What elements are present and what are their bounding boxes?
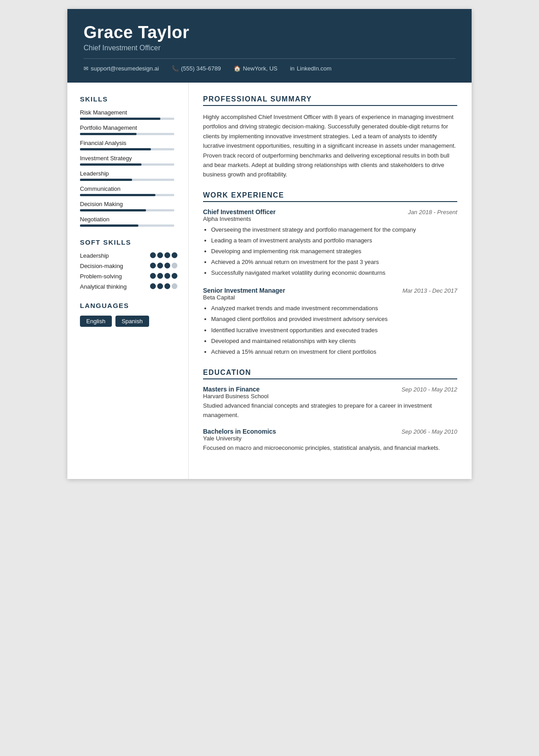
exp-dates: Mar 2013 - Dec 2017 (402, 287, 457, 294)
bullet-item: Leading a team of investment analysts an… (211, 236, 457, 246)
soft-skill-item: Problem-solving (80, 273, 177, 280)
skill-bar-bg (80, 224, 174, 227)
edu-dates: Sep 2006 - May 2010 (402, 428, 457, 435)
skills-section: SKILLS Risk Management Portfolio Managem… (80, 95, 177, 227)
location-contact: 🏠 NewYork, US (234, 65, 278, 72)
dot-filled (164, 252, 170, 258)
edu-school: Harvard Business School (203, 393, 457, 400)
soft-skill-item: Leadership (80, 252, 177, 259)
skill-item: Leadership (80, 170, 177, 181)
location-value: NewYork, US (243, 65, 278, 72)
edu-degree: Masters in Finance (203, 386, 260, 393)
exp-company: Beta Capital (203, 294, 457, 301)
bullet-item: Identified lucrative investment opportun… (211, 325, 457, 335)
skill-bar-fill (80, 133, 137, 135)
skill-item: Decision Making (80, 201, 177, 211)
dot-filled (150, 283, 156, 289)
skill-bar-fill (80, 163, 141, 166)
exp-title: Chief Investment Officer (203, 208, 276, 215)
skill-bar-bg (80, 148, 174, 150)
bullet-item: Managed client portfolios and provided i… (211, 314, 457, 324)
skill-bar-fill (80, 194, 155, 196)
summary-title: PROFESSIONAL SUMMARY (203, 95, 457, 106)
email-icon: ✉ (84, 65, 88, 72)
edu-header: Masters in Finance Sep 2010 - May 2012 (203, 386, 457, 393)
dot-filled (157, 263, 163, 268)
language-tags: EnglishSpanish (80, 316, 177, 327)
skill-item: Risk Management (80, 109, 177, 120)
skill-name: Decision Making (80, 201, 177, 207)
summary-section: PROFESSIONAL SUMMARY Highly accomplished… (203, 95, 457, 180)
experience-item: Chief Investment Officer Jan 2018 - Pres… (203, 208, 457, 278)
bullet-item: Achieved a 20% annual return on investme… (211, 257, 457, 267)
dot-empty (172, 283, 177, 289)
dot-filled (172, 273, 177, 279)
phone-icon: 📞 (172, 65, 179, 72)
languages-title: LANGUAGES (80, 302, 177, 309)
edu-desc: Focused on macro and microeconomic princ… (203, 444, 457, 453)
skill-name: Financial Analysis (80, 140, 177, 146)
dot-filled (150, 263, 156, 268)
experience-item: Senior Investment Manager Mar 2013 - Dec… (203, 287, 457, 356)
candidate-name: Grace Taylor (84, 23, 455, 42)
skills-title: SKILLS (80, 95, 177, 103)
bullet-item: Developing and implementing risk managem… (211, 246, 457, 256)
candidate-title: Chief Investment Officer (84, 44, 455, 52)
location-icon: 🏠 (234, 65, 241, 72)
skill-name: Communication (80, 185, 177, 192)
skill-bar-fill (80, 179, 132, 181)
skill-item: Investment Strategy (80, 155, 177, 166)
experience-title: WORK EXPERIENCE (203, 191, 457, 202)
main-content: PROFESSIONAL SUMMARY Highly accomplished… (189, 83, 472, 479)
education-section: EDUCATION Masters in Finance Sep 2010 - … (203, 369, 457, 453)
soft-skills-list: LeadershipDecision-makingProblem-solving… (80, 252, 177, 290)
bullet-item: Overseeing the investment strategy and p… (211, 225, 457, 235)
exp-company: Alpha Investments (203, 215, 457, 222)
dots (150, 252, 177, 258)
soft-skills-section: SOFT SKILLS LeadershipDecision-makingPro… (80, 238, 177, 290)
bullet-item: Achieved a 15% annual return on investme… (211, 347, 457, 357)
email-value: support@resumedesign.ai (91, 65, 159, 72)
dots (150, 273, 177, 279)
dot-filled (157, 273, 163, 279)
exp-title: Senior Investment Manager (203, 287, 285, 294)
soft-skill-name: Decision-making (80, 263, 150, 269)
edu-desc: Studied advanced financial concepts and … (203, 401, 457, 420)
dots (150, 263, 177, 268)
language-tag: Spanish (115, 316, 149, 327)
education-item: Bachelors in Economics Sep 2006 - May 20… (203, 428, 457, 453)
edu-school: Yale University (203, 435, 457, 442)
dot-filled (164, 263, 170, 268)
skill-name: Leadership (80, 170, 177, 177)
header: Grace Taylor Chief Investment Officer ✉ … (67, 9, 472, 83)
edu-dates: Sep 2010 - May 2012 (402, 386, 457, 393)
header-divider (84, 58, 455, 59)
soft-skill-name: Problem-solving (80, 273, 150, 280)
skill-name: Portfolio Management (80, 124, 177, 131)
skill-name: Risk Management (80, 109, 177, 116)
dot-filled (157, 283, 163, 289)
bullet-item: Developed and maintained relationships w… (211, 336, 457, 346)
skill-bar-fill (80, 118, 160, 120)
skill-item: Portfolio Management (80, 124, 177, 135)
skill-bar-bg (80, 209, 174, 211)
bullet-item: Successfully navigated market volatility… (211, 268, 457, 278)
language-tag: English (80, 316, 112, 327)
dot-empty (172, 263, 177, 268)
languages-section: LANGUAGES EnglishSpanish (80, 302, 177, 327)
phone-contact: 📞 (555) 345-6789 (172, 65, 221, 72)
soft-skill-item: Decision-making (80, 263, 177, 269)
soft-skill-item: Analytical thinking (80, 283, 177, 290)
education-title: EDUCATION (203, 369, 457, 379)
skill-item: Communication (80, 185, 177, 196)
soft-skills-title: SOFT SKILLS (80, 238, 177, 246)
dot-filled (164, 283, 170, 289)
dot-filled (157, 252, 163, 258)
exp-header: Senior Investment Manager Mar 2013 - Dec… (203, 287, 457, 294)
summary-text: Highly accomplished Chief Investment Off… (203, 112, 457, 180)
experience-section: WORK EXPERIENCE Chief Investment Officer… (203, 191, 457, 357)
linkedin-value: LinkedIn.com (297, 65, 331, 72)
dot-filled (150, 252, 156, 258)
linkedin-icon: in (290, 65, 295, 72)
exp-dates: Jan 2018 - Present (408, 209, 457, 215)
